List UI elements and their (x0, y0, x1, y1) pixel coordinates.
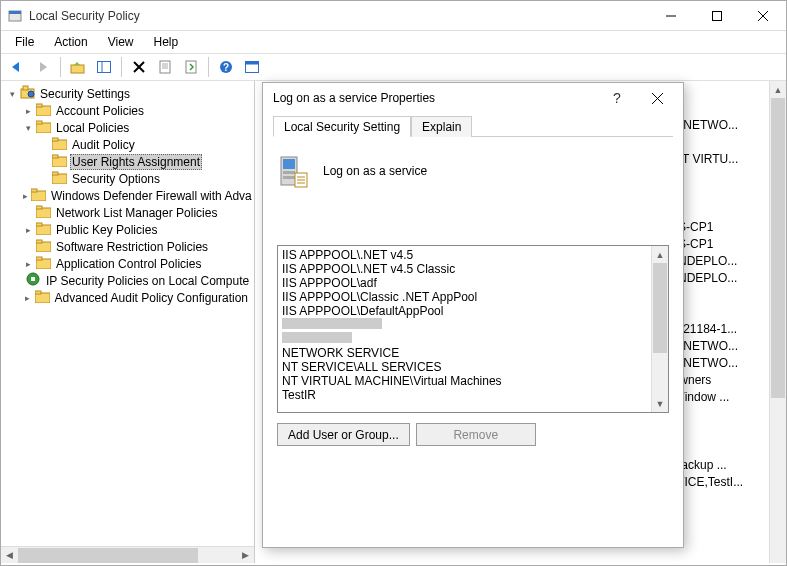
expand-icon[interactable]: ▸ (23, 225, 33, 235)
expand-icon[interactable]: ▸ (23, 293, 32, 303)
add-user-button[interactable]: Add User or Group... (277, 423, 410, 446)
scroll-left-icon[interactable]: ◀ (1, 547, 18, 564)
menu-action[interactable]: Action (46, 33, 95, 51)
collapse-icon[interactable]: ▾ (23, 123, 33, 133)
tree-aapc[interactable]: ▸ Advanced Audit Policy Configuration (21, 289, 252, 306)
up-button[interactable] (66, 56, 90, 78)
menu-bar: File Action View Help (1, 31, 786, 53)
menu-view[interactable]: View (100, 33, 142, 51)
svg-rect-19 (246, 62, 259, 65)
menu-help[interactable]: Help (146, 33, 187, 51)
export-list-button[interactable] (179, 56, 203, 78)
listbox-scrollbar[interactable]: ▲ ▼ (651, 246, 668, 412)
folder-icon (36, 256, 51, 272)
svg-rect-50 (283, 159, 295, 169)
scrollbar-thumb[interactable] (18, 548, 198, 563)
folder-icon (52, 171, 67, 187)
listbox-item[interactable]: IIS APPPOOL\.NET v4.5 (282, 248, 647, 262)
show-hide-tree-button[interactable] (92, 56, 116, 78)
list-vertical-scrollbar[interactable]: ▲ ▼ (769, 81, 786, 563)
collapse-icon[interactable]: ▾ (7, 89, 17, 99)
forward-button[interactable] (31, 56, 55, 78)
members-listbox[interactable]: IIS APPPOOL\.NET v4.5IIS APPPOOL\.NET v4… (277, 245, 669, 413)
scroll-right-icon[interactable]: ▶ (237, 547, 254, 564)
window-title: Local Security Policy (29, 9, 648, 23)
listbox-item[interactable]: TestIR (282, 388, 647, 402)
listbox-item[interactable]: IIS APPPOOL\DefaultAppPool (282, 304, 647, 318)
properties-dialog: Log on as a service Properties ? Local S… (262, 82, 684, 548)
security-settings-icon (20, 85, 35, 102)
scroll-up-icon[interactable]: ▲ (652, 246, 668, 263)
listbox-item[interactable]: NETWORK SERVICE (282, 346, 647, 360)
listbox-item[interactable]: IIS APPPOOL\Classic .NET AppPool (282, 290, 647, 304)
tree-root[interactable]: ▾ Security Settings (5, 85, 252, 102)
tree-user-rights[interactable]: User Rights Assignment (37, 153, 252, 170)
svg-text:?: ? (223, 62, 229, 73)
app-icon (7, 8, 23, 24)
title-bar: Local Security Policy (1, 1, 786, 31)
listbox-item[interactable] (282, 318, 647, 332)
svg-rect-24 (36, 104, 42, 107)
dialog-help-button[interactable]: ? (597, 84, 637, 112)
help-button[interactable]: ? (214, 56, 238, 78)
delete-button[interactable] (127, 56, 151, 78)
folder-icon (36, 205, 51, 221)
folder-icon (36, 222, 51, 238)
svg-rect-36 (36, 206, 42, 209)
close-button[interactable] (740, 1, 786, 31)
scrollbar-thumb[interactable] (653, 263, 667, 353)
scrollbar-thumb[interactable] (771, 98, 785, 398)
svg-rect-1 (9, 11, 21, 14)
properties-button[interactable] (153, 56, 177, 78)
back-button[interactable] (5, 56, 29, 78)
tree-local-policies[interactable]: ▾ Local Policies (21, 119, 252, 136)
tree-label: Security Options (70, 172, 162, 186)
tree-label: IP Security Policies on Local Compute (44, 274, 251, 288)
tree-nlmp[interactable]: Network List Manager Policies (21, 204, 252, 221)
tree-security-options[interactable]: Security Options (37, 170, 252, 187)
svg-rect-42 (36, 257, 42, 260)
tree-audit-policy[interactable]: Audit Policy (37, 136, 252, 153)
refresh-button[interactable] (240, 56, 264, 78)
tab-page: Log on as a service IIS APPPOOL\.NET v4.… (273, 137, 673, 450)
svg-rect-46 (35, 291, 41, 294)
tree[interactable]: ▾ Security Settings ▸ Account Policies (3, 85, 252, 306)
minimize-button[interactable] (648, 1, 694, 31)
tab-explain[interactable]: Explain (411, 116, 472, 137)
menu-file[interactable]: File (7, 33, 42, 51)
scroll-down-icon[interactable]: ▼ (652, 395, 668, 412)
tree-srp[interactable]: Software Restriction Policies (21, 238, 252, 255)
folder-icon (52, 154, 67, 170)
tree-label: Software Restriction Policies (54, 240, 210, 254)
tree-acp[interactable]: ▸ Application Control Policies (21, 255, 252, 272)
scroll-up-icon[interactable]: ▲ (770, 81, 786, 98)
dialog-title-bar: Log on as a service Properties ? (263, 83, 683, 113)
svg-rect-28 (52, 138, 58, 141)
dialog-close-button[interactable] (637, 84, 677, 112)
tab-local-security-setting[interactable]: Local Security Setting (273, 116, 411, 137)
listbox-item[interactable] (282, 332, 647, 346)
maximize-button[interactable] (694, 1, 740, 31)
tree-ipsp[interactable]: IP Security Policies on Local Compute (21, 272, 252, 289)
remove-button[interactable]: Remove (416, 423, 536, 446)
dialog-title: Log on as a service Properties (273, 91, 597, 105)
toolbar: ? (1, 53, 786, 81)
tree-horizontal-scrollbar[interactable]: ◀ ▶ (1, 546, 254, 563)
svg-point-22 (28, 91, 34, 97)
tree-label: Application Control Policies (54, 257, 203, 271)
tree-account-policies[interactable]: ▸ Account Policies (21, 102, 252, 119)
listbox-item[interactable]: NT SERVICE\ALL SERVICES (282, 360, 647, 374)
listbox-item[interactable]: NT VIRTUAL MACHINE\Virtual Machines (282, 374, 647, 388)
expand-icon[interactable]: ▸ (23, 191, 28, 201)
tree-wdf[interactable]: ▸ Windows Defender Firewall with Adva (21, 187, 252, 204)
expand-icon[interactable]: ▸ (23, 106, 33, 116)
listbox-item[interactable]: IIS APPPOOL\adf (282, 276, 647, 290)
folder-icon (52, 137, 67, 153)
tree-panel: ▾ Security Settings ▸ Account Policies (1, 81, 255, 563)
listbox-item[interactable]: IIS APPPOOL\.NET v4.5 Classic (282, 262, 647, 276)
tree-pkp[interactable]: ▸ Public Key Policies (21, 221, 252, 238)
svg-rect-11 (160, 61, 170, 73)
expand-icon[interactable]: ▸ (23, 259, 33, 269)
dialog-tabs: Local Security Setting Explain (273, 115, 673, 137)
tree-label: Windows Defender Firewall with Adva (49, 189, 254, 203)
